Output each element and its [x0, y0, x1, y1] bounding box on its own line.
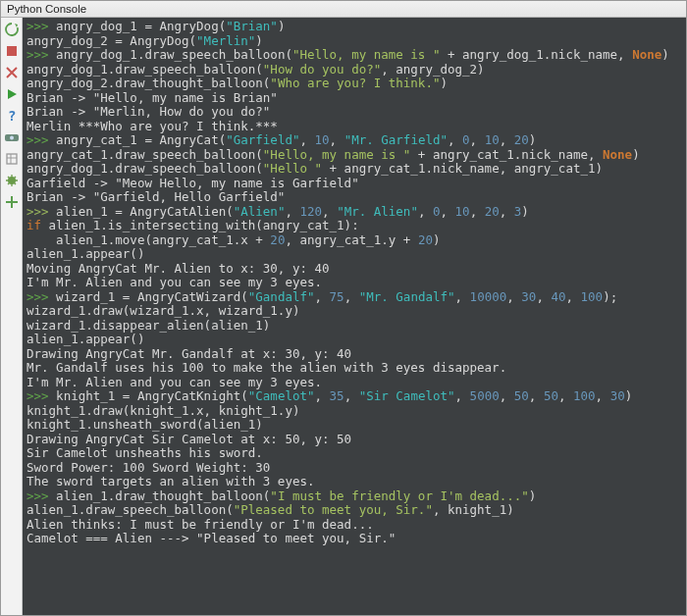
code-token: , [344, 388, 359, 403]
watch-icon[interactable] [4, 129, 20, 145]
code-token: wizard_1.disappear_alien(alien_1) [26, 318, 270, 333]
code-token: "Pleased to meet you, Sir." [234, 502, 433, 517]
code-token: + angry_cat_1.nick_name, angry_cat_1) [322, 161, 603, 176]
code-token: , [596, 388, 610, 403]
console-code-line: angry_cat_1.draw_speech_balloon("Hello, … [26, 148, 672, 163]
code-token: 20 [514, 132, 529, 147]
run-icon[interactable] [4, 86, 20, 102]
code-token: 10 [455, 204, 470, 219]
code-token: wizard_1.draw(wizard_1.x, wizard_1.y) [26, 303, 299, 318]
code-token: alien_1 = AngryCatAlien( [56, 204, 234, 219]
code-token: , [500, 204, 514, 219]
code-token: , [322, 204, 337, 219]
code-token: ) [521, 204, 529, 219]
svg-rect-4 [7, 154, 17, 164]
console-output[interactable]: >>> angry_dog_1 = AngryDog("Brian")angry… [23, 18, 676, 615]
code-token: "How do you do?" [263, 62, 381, 77]
code-token: angry_dog_1.draw_speech_balloon( [26, 62, 263, 77]
add-icon[interactable] [4, 194, 20, 210]
panel-body: ? >>> angry_dog_1 = AngryDog("Brian")ang… [1, 18, 686, 615]
code-token: ) [433, 232, 441, 247]
console-output-line: Drawing AngryCat Sir Camelot at x: 50, y… [26, 433, 672, 447]
code-token: , [330, 132, 344, 147]
code-token: Brian -> "Garfield, Hello Garfield" [26, 189, 285, 204]
code-token: alien_1.appear() [26, 246, 144, 261]
console-input-line: >>> angry_cat_1 = AngryCat("Garfield", 1… [26, 133, 672, 148]
close-icon[interactable] [4, 65, 20, 80]
code-token: , [448, 132, 462, 147]
code-token: "Merlin" [196, 33, 255, 48]
code-token: angry_dog_1.draw_speech_balloon( [26, 161, 263, 176]
code-token: "Sir Camelot" [359, 388, 455, 403]
code-token: "Hello, my name is " [263, 147, 411, 162]
code-token: wizard_1 = AngryCatWizard( [56, 289, 248, 304]
code-token: Moving AngryCat Mr. Alien to x: 30, y: 4… [26, 261, 330, 276]
console-input-line: >>> alien_1 = AngryCatAlien("Alien", 120… [26, 205, 672, 220]
console-output-line: Camelot === Alien ---> "Pleased to meet … [26, 532, 672, 546]
code-token: "I must be friendly or I'm dead..." [270, 488, 528, 503]
code-token: Garfield -> "Meow Hello, my name is Garf… [26, 176, 359, 190]
code-token: >>> [26, 204, 56, 219]
code-token: ) [529, 132, 537, 147]
code-token: , [455, 289, 470, 304]
scrollbar[interactable] [676, 18, 686, 615]
code-token: Alien thinks: I must be friendly or I'm … [26, 517, 374, 532]
code-token: 10 [315, 132, 330, 147]
console-code-line: alien_1.appear() [26, 247, 672, 262]
console-input-line: >>> wizard_1 = AngryCatWizard("Gandalf",… [26, 290, 672, 305]
code-token: knight_1.unsheath_sword(alien_1) [26, 417, 263, 432]
code-token: >>> [26, 388, 56, 403]
code-token: Merlin ***Who are you? I think.*** [26, 119, 278, 133]
console-output-line: Alien thinks: I must be friendly or I'm … [26, 518, 672, 533]
code-token: "Brian" [226, 19, 278, 33]
code-token: >>> [26, 132, 56, 147]
code-token: 20 [485, 204, 500, 219]
code-token: angry_dog_1 = AngryDog( [56, 19, 226, 33]
code-token: alien_1.move(angry_cat_1.x + [26, 232, 270, 247]
stop-icon[interactable] [4, 43, 20, 59]
help-icon[interactable]: ? [4, 108, 20, 124]
console-output-line: Merlin ***Who are you? I think.*** [26, 120, 672, 134]
code-token: "Garfield" [226, 132, 299, 147]
code-token: 120 [299, 204, 322, 219]
code-token: "Mr. Alien" [337, 204, 418, 219]
code-token: angry_cat_1.draw_speech_balloon( [26, 147, 263, 162]
console-output-line: Sir Camelot unsheaths his sword. [26, 446, 672, 461]
code-token: "Hello, my name is " [292, 47, 441, 62]
code-token: , angry_cat_1.y + [285, 232, 417, 247]
code-token: + angry_dog_1.nick_name, [440, 47, 632, 62]
console-toolbar: ? [1, 18, 23, 615]
code-token: alien_1.draw_thought_balloon( [56, 488, 270, 503]
console-code-line: angry_dog_1.draw_speech_balloon("Hello "… [26, 162, 672, 177]
restart-icon[interactable] [4, 22, 20, 37]
code-token: angry_dog_2.draw_thought_balloon( [26, 76, 270, 90]
code-token: "Gandalf" [248, 289, 315, 304]
code-token: >>> [26, 488, 56, 503]
code-token: 30 [521, 289, 536, 304]
code-token: , knight_1) [433, 502, 514, 517]
python-console-panel: Python Console ? [0, 0, 687, 616]
code-token: angry_dog_2 = AngryDog( [26, 33, 196, 48]
console-code-line: wizard_1.disappear_alien(alien_1) [26, 319, 672, 334]
svg-rect-0 [7, 46, 17, 56]
code-token: "Who are you? I think." [270, 76, 440, 90]
console-output-line: I'm Mr. Alien and you can see my 3 eyes. [26, 376, 672, 390]
code-token: , [418, 204, 433, 219]
code-token: >>> [26, 289, 56, 304]
debug-icon[interactable] [4, 173, 20, 188]
code-token: 30 [610, 388, 625, 403]
settings-icon[interactable] [4, 151, 20, 167]
console-output-line: Brian -> "Merlin, How do you do?" [26, 105, 672, 120]
code-token: 75 [330, 289, 344, 304]
code-token: "Alien" [234, 204, 286, 219]
code-token: , [455, 388, 470, 403]
code-token: alien_1.draw_speech_balloon( [26, 502, 234, 517]
code-token: 20 [418, 232, 433, 247]
code-token: None [632, 47, 661, 62]
code-token: 0 [462, 132, 470, 147]
code-token: "Mr. Gandalf" [359, 289, 455, 304]
code-token: , [500, 132, 514, 147]
code-token: 50 [514, 388, 529, 403]
console-output-line: I'm Mr. Alien and you can see my 3 eyes. [26, 276, 672, 290]
code-token: angry_dog_1.draw_speech_balloon( [56, 47, 292, 62]
